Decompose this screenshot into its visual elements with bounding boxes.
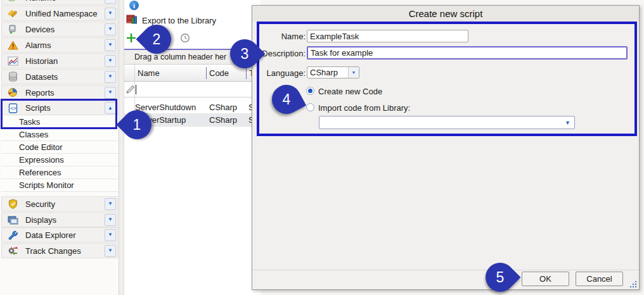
sidebar: Runtime Unified Namespace Devices Alarms	[0, 0, 119, 295]
radio-import-from-library-label: Import code from Library:	[318, 103, 410, 113]
resize-grip[interactable]	[629, 279, 637, 287]
chevron-down-button[interactable]	[105, 245, 116, 257]
sidebar-item-track-changes[interactable]: Track Changes	[1, 243, 118, 258]
export-to-library-button[interactable]: Export to the Library	[126, 15, 216, 26]
sidebar-item-tasks[interactable]: Tasks	[1, 116, 118, 129]
sidebar-item-references[interactable]: References	[1, 166, 118, 179]
name-label: Name:	[257, 32, 306, 41]
language-select[interactable]: CSharp	[307, 66, 359, 78]
radio-import-from-library[interactable]	[306, 103, 314, 111]
sidebar-item-label: Unified Namespace	[25, 9, 105, 18]
application-window: Runtime Unified Namespace Devices Alarms	[0, 0, 644, 295]
chevron-down-button[interactable]	[105, 87, 116, 99]
sidebar-item-datasets[interactable]: Datasets	[1, 69, 118, 84]
ok-button[interactable]: OK	[522, 272, 569, 286]
callout-step-4: 4	[267, 80, 306, 119]
sidebar-item-unified-namespace[interactable]: Unified Namespace	[1, 6, 118, 21]
sidebar-item-historian[interactable]: Historian	[1, 53, 118, 68]
svg-text:<>: <>	[10, 106, 16, 111]
sidebar-subitem-label: Expressions	[19, 155, 64, 165]
sidebar-item-code-editor[interactable]: Code Editor	[1, 141, 118, 154]
callout-step-5: 5	[479, 256, 520, 295]
track-changes-icon	[7, 245, 18, 256]
sidebar-item-label: Alarms	[25, 41, 105, 50]
chevron-down-button[interactable]	[105, 71, 116, 83]
sidebar-subitem-label: Classes	[19, 130, 48, 139]
dialog-titlebar[interactable]: Create new script	[252, 6, 639, 22]
history-clock-icon[interactable]	[180, 33, 190, 43]
sidebar-item-security[interactable]: Security	[1, 196, 118, 211]
chevron-down-button[interactable]	[105, 39, 116, 51]
devices-icon	[7, 23, 18, 35]
group-panel-hint: Drag a column header her	[134, 53, 226, 61]
sidebar-subitem-label: References	[19, 168, 61, 177]
security-icon	[7, 198, 18, 210]
text-cursor	[136, 85, 136, 94]
chevron-down-button[interactable]	[105, 23, 116, 35]
sidebar-item-alarms[interactable]: Alarms	[1, 37, 118, 53]
chevron-up-button[interactable]	[105, 102, 116, 114]
scripts-icon: <>	[7, 103, 18, 114]
sidebar-item-scripts-monitor[interactable]: Scripts Monitor	[1, 179, 118, 192]
chevron-down-button[interactable]	[105, 214, 116, 226]
grid-filter-row[interactable]	[124, 82, 261, 97]
cancel-button[interactable]: Cancel	[576, 272, 623, 286]
add-task-button[interactable]	[126, 32, 137, 44]
sidebar-item-displays[interactable]: Displays	[1, 212, 118, 227]
sidebar-item-label: Track Changes	[25, 246, 105, 256]
sidebar-item-label: Reports	[25, 88, 105, 97]
export-to-library-label: Export to the Library	[142, 16, 216, 25]
dialog-footer-separator	[252, 270, 639, 270]
historian-icon	[7, 55, 18, 66]
chevron-down-button[interactable]	[105, 229, 116, 241]
sidebar-item-scripts[interactable]: <> Scripts	[1, 101, 118, 115]
description-input[interactable]: Task for example	[307, 46, 628, 60]
panel-splitter[interactable]	[119, 0, 124, 295]
sidebar-subitem-label: Tasks	[19, 117, 40, 127]
chevron-down-button[interactable]	[105, 198, 116, 210]
sidebar-item-label: Datasets	[25, 72, 105, 82]
library-icon	[126, 14, 138, 27]
create-new-script-dialog: Create new script Name: ExampleTask Desc…	[252, 5, 640, 290]
unified-namespace-icon	[7, 8, 18, 19]
column-separator[interactable]	[206, 67, 207, 79]
sidebar-item-label: Security	[25, 199, 105, 209]
sidebar-item-label: Devices	[25, 25, 105, 34]
column-separator[interactable]	[246, 67, 247, 79]
cell-code: CSharp	[209, 103, 245, 112]
radio-create-new-code-label: Create new Code	[318, 87, 382, 96]
info-icon[interactable]: i	[129, 1, 139, 10]
cell-code: CSharp	[209, 115, 245, 125]
sidebar-subitem-label: Code Editor	[19, 142, 63, 152]
sidebar-subitem-label: Scripts Monitor	[19, 180, 74, 190]
chevron-down-button[interactable]	[105, 0, 116, 4]
sidebar-item-label: Scripts	[25, 103, 105, 113]
runtime-icon	[7, 0, 18, 3]
sidebar-item-devices[interactable]: Devices	[1, 22, 118, 37]
sidebar-item-label: Runtime	[25, 0, 105, 3]
callout-step-2: 2	[136, 18, 177, 60]
radio-create-new-code[interactable]	[306, 87, 314, 95]
sidebar-item-label: Historian	[25, 56, 105, 66]
sidebar-item-classes[interactable]: Classes	[1, 129, 118, 141]
callout-step-1: 1	[116, 104, 157, 145]
column-header-name[interactable]: Name	[134, 65, 206, 82]
sidebar-item-data-explorer[interactable]: Data Explorer	[1, 227, 118, 242]
chevron-down-icon	[565, 120, 570, 126]
sidebar-item-expressions[interactable]: Expressions	[1, 154, 118, 166]
name-input[interactable]: ExampleTask	[307, 30, 468, 42]
reports-icon	[7, 87, 18, 98]
chevron-down-button[interactable]	[105, 8, 116, 20]
displays-icon	[7, 214, 18, 225]
datasets-icon	[7, 71, 18, 82]
callout-step-3: 3	[224, 33, 265, 74]
sidebar-item-runtime[interactable]: Runtime	[1, 0, 118, 5]
sidebar-item-label: Displays	[25, 215, 105, 225]
alarms-icon	[7, 39, 18, 51]
library-code-select[interactable]	[319, 116, 575, 129]
chevron-down-button[interactable]	[105, 55, 116, 67]
dialog-title: Create new script	[409, 8, 483, 19]
data-explorer-icon	[7, 229, 18, 241]
sidebar-item-reports[interactable]: Reports	[1, 85, 118, 100]
language-value: CSharp	[310, 68, 338, 77]
